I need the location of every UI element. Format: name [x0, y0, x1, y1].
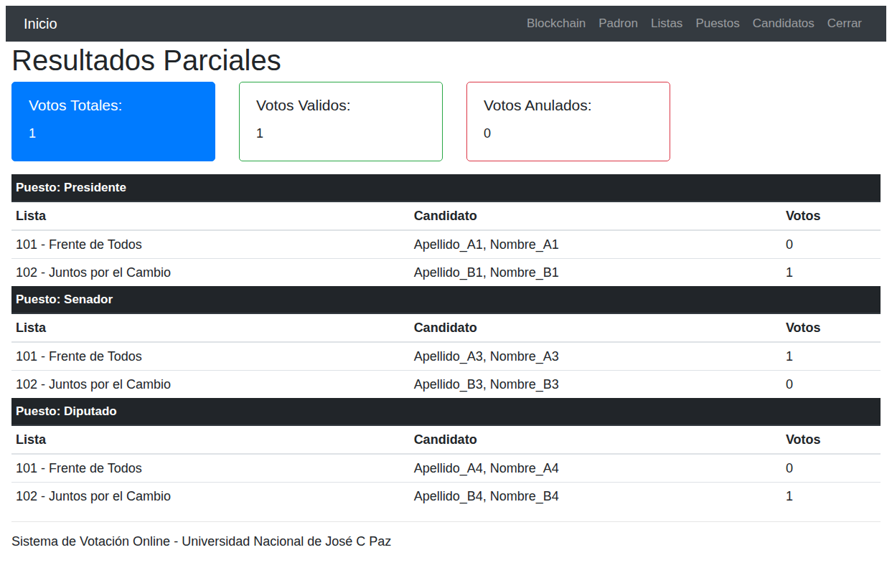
candidato-cell: Apellido_B4, Nombre_B4	[410, 483, 781, 511]
column-header-lista: Lista	[11, 313, 410, 342]
lista-cell: 102 - Juntos por el Cambio	[11, 259, 410, 287]
puesto-header-row: Puesto: Presidente	[11, 174, 881, 201]
column-header-votos: Votos	[781, 313, 881, 342]
nav-link-puestos[interactable]: Puestos	[689, 16, 746, 30]
column-header-row: Lista Candidato Votos	[11, 201, 881, 230]
lista-cell: 101 - Frente de Todos	[11, 454, 410, 483]
card-title: Votos Validos:	[256, 96, 426, 115]
nav-item: Puestos	[689, 16, 746, 31]
candidato-cell: Apellido_B3, Nombre_B3	[410, 371, 781, 399]
table-row: 102 - Juntos por el Cambio Apellido_B3, …	[11, 371, 881, 399]
votos-cell: 1	[781, 483, 881, 511]
nav-link-cerrar[interactable]: Cerrar	[821, 16, 868, 30]
votos-cell: 1	[781, 259, 881, 287]
card-title: Votos Anulados:	[484, 96, 653, 115]
candidato-cell: Apellido_A4, Nombre_A4	[410, 454, 781, 483]
card-value: 1	[256, 125, 426, 141]
navbar-brand[interactable]: Inicio	[24, 16, 57, 32]
table-row: 101 - Frente de Todos Apellido_A1, Nombr…	[11, 230, 881, 259]
votos-cell: 0	[781, 454, 881, 483]
column-header-candidato: Candidato	[410, 425, 781, 454]
lista-cell: 102 - Juntos por el Cambio	[11, 483, 410, 511]
column-header-votos: Votos	[781, 201, 881, 230]
puesto-header-label: Puesto: Diputado	[11, 398, 881, 425]
votos-cell: 1	[781, 342, 881, 371]
candidato-cell: Apellido_A3, Nombre_A3	[410, 342, 781, 371]
puesto-header-row: Puesto: Diputado	[11, 398, 881, 425]
navbar: Inicio BlockchainPadronListasPuestosCand…	[6, 6, 886, 42]
card-votos-validos: Votos Validos: 1	[239, 82, 443, 161]
card-title: Votos Totales:	[29, 96, 198, 115]
card-value: 1	[29, 125, 198, 141]
puesto-header-label: Puesto: Presidente	[11, 174, 881, 201]
results-table: Puesto: Presidente Lista Candidato Votos…	[11, 174, 881, 510]
footer-divider	[11, 521, 881, 522]
footer-text: Sistema de Votación Online - Universidad…	[11, 534, 881, 549]
card-votos-anulados: Votos Anulados: 0	[466, 82, 670, 161]
candidato-cell: Apellido_B1, Nombre_B1	[410, 259, 781, 287]
results-table-body: Puesto: Presidente Lista Candidato Votos…	[11, 174, 881, 510]
nav-item: Candidatos	[746, 16, 821, 31]
nav-item: Blockchain	[520, 16, 592, 31]
card-value: 0	[484, 125, 653, 141]
main-content: Resultados Parciales Votos Totales: 1 Vo…	[6, 43, 886, 549]
nav-link-padron[interactable]: Padron	[592, 16, 644, 30]
nav-link-blockchain[interactable]: Blockchain	[520, 16, 592, 30]
summary-cards: Votos Totales: 1 Votos Validos: 1 Votos …	[11, 82, 881, 161]
column-header-candidato: Candidato	[410, 201, 781, 230]
nav-item: Padron	[592, 16, 644, 31]
lista-cell: 101 - Frente de Todos	[11, 342, 410, 371]
column-header-row: Lista Candidato Votos	[11, 425, 881, 454]
table-row: 102 - Juntos por el Cambio Apellido_B1, …	[11, 259, 881, 287]
navbar-links: BlockchainPadronListasPuestosCandidatosC…	[520, 16, 868, 31]
votos-cell: 0	[781, 230, 881, 259]
page-title: Resultados Parciales	[11, 43, 881, 77]
nav-link-candidatos[interactable]: Candidatos	[746, 16, 821, 30]
table-row: 101 - Frente de Todos Apellido_A4, Nombr…	[11, 454, 881, 483]
table-row: 101 - Frente de Todos Apellido_A3, Nombr…	[11, 342, 881, 371]
column-header-row: Lista Candidato Votos	[11, 313, 881, 342]
candidato-cell: Apellido_A1, Nombre_A1	[410, 230, 781, 259]
column-header-votos: Votos	[781, 425, 881, 454]
nav-item: Cerrar	[821, 16, 868, 31]
column-header-lista: Lista	[11, 201, 410, 230]
table-row: 102 - Juntos por el Cambio Apellido_B4, …	[11, 483, 881, 511]
puesto-header-row: Puesto: Senador	[11, 286, 881, 313]
votos-cell: 0	[781, 371, 881, 399]
card-votos-totales: Votos Totales: 1	[11, 82, 215, 161]
column-header-lista: Lista	[11, 425, 410, 454]
puesto-header-label: Puesto: Senador	[11, 286, 881, 313]
lista-cell: 102 - Juntos por el Cambio	[11, 371, 410, 399]
nav-link-listas[interactable]: Listas	[644, 16, 689, 30]
nav-item: Listas	[644, 16, 689, 31]
lista-cell: 101 - Frente de Todos	[11, 230, 410, 259]
column-header-candidato: Candidato	[410, 313, 781, 342]
